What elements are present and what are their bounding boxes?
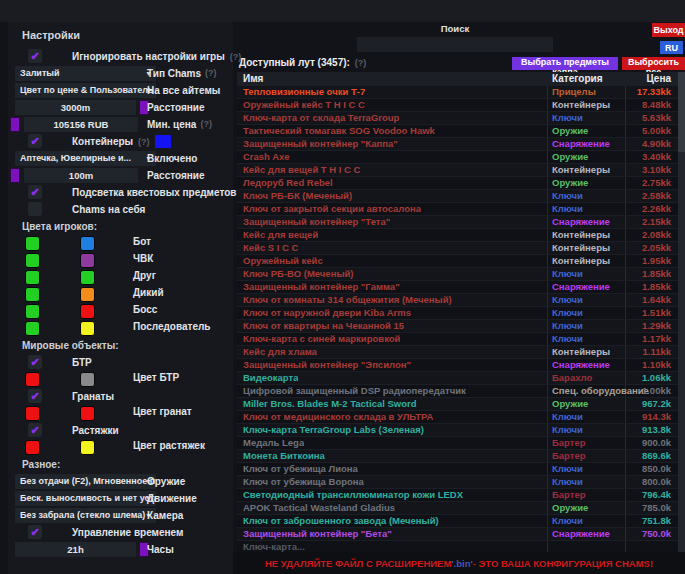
dropdown[interactable]: Беск. выносливость и нет уста▼ xyxy=(15,491,156,506)
table-row[interactable]: Ключ РБ-БК (Меченый)Ключи2.58kk xyxy=(237,190,685,203)
checkbox-label: Гранаты xyxy=(72,388,114,405)
scrollbar-thumb[interactable] xyxy=(678,72,685,152)
table-row[interactable]: Ключ от заброшенного завода (Меченый)Клю… xyxy=(237,515,685,528)
table-row[interactable]: Ключ-карта... xyxy=(237,541,685,552)
color-swatch[interactable] xyxy=(80,440,95,455)
drop-all-button[interactable]: Выбросить все xyxy=(622,57,685,70)
column-name[interactable]: Имя xyxy=(243,73,263,84)
checkbox-checked-icon[interactable]: ✔ xyxy=(28,355,42,369)
dropdown[interactable]: Без отдачи (F2), Мгновенное п▼ xyxy=(15,474,156,489)
dropdown[interactable]: Без забрала (стекло шлема)▼ xyxy=(15,508,156,523)
value-input[interactable]: 3000m xyxy=(15,100,136,115)
color-swatch[interactable] xyxy=(80,406,95,421)
color-swatch[interactable] xyxy=(25,236,40,251)
item-name: Ключ от закрытой секции автосалона xyxy=(243,203,421,215)
pair-label: Дикий xyxy=(133,287,164,298)
table-row[interactable]: Защищенный контейнер "Эпсилон"Снаряжение… xyxy=(237,359,685,372)
color-swatch[interactable] xyxy=(80,372,95,387)
color-swatch[interactable] xyxy=(80,321,95,336)
item-category: Снаряжение xyxy=(552,528,610,540)
column-category[interactable]: Категория xyxy=(552,73,602,84)
table-row[interactable]: Защищенный контейнер "Тета"Снаряжение2.1… xyxy=(237,216,685,229)
item-name: Светодиодный трансиллюминатор кожи LEDX xyxy=(243,489,463,501)
table-row[interactable]: Ледоруб Red RebelОружие2.75kk xyxy=(237,177,685,190)
table-row[interactable]: Ключ от закрытой секции автосалонаКлючи2… xyxy=(237,203,685,216)
color-swatch[interactable] xyxy=(25,270,40,285)
table-row[interactable]: Ключ-карта от склада TerraGroupКлючи5.63… xyxy=(237,112,685,125)
table-row[interactable]: Miller Bros. Blades M-2 Tactical SwordОр… xyxy=(237,398,685,411)
table-row[interactable]: Монета БиткоинаБартер869.6k xyxy=(237,450,685,463)
color-swatch[interactable] xyxy=(25,287,40,302)
table-row[interactable]: Ключ от квартиры на Чеканной 15Ключи1.29… xyxy=(237,320,685,333)
table-row[interactable]: Ключ РБ-ВО (Меченый)Ключи1.85kk xyxy=(237,268,685,281)
dropdown[interactable]: Аптечка, Ювелирные и...▼ xyxy=(15,151,156,166)
table-row[interactable]: Кейс S I C CКонтейнеры2.05kk xyxy=(237,242,685,255)
checkbox-checked-icon[interactable]: ✔ xyxy=(28,185,42,199)
checkbox-checked-icon[interactable]: ✔ xyxy=(28,423,42,437)
exit-button[interactable]: Выход xyxy=(652,23,685,37)
color-swatch[interactable] xyxy=(25,372,40,387)
table-row[interactable]: Защищенный контейнер "Гамма"Снаряжение1.… xyxy=(237,281,685,294)
color-swatch[interactable] xyxy=(80,270,95,285)
table-row[interactable]: Ключ от медицинского склада в УЛЬТРАКлюч… xyxy=(237,411,685,424)
language-button[interactable]: RU xyxy=(660,41,683,54)
settings-row: Цвет растяжек xyxy=(8,439,233,456)
column-price[interactable]: Цена xyxy=(646,73,671,84)
table-row[interactable]: Ключ от убежища ЛионаКлючи850.0k xyxy=(237,463,685,476)
dropdown[interactable]: Залитый▼ xyxy=(15,66,156,81)
color-swatch[interactable] xyxy=(25,406,40,421)
dropdown-label: Движение xyxy=(147,490,197,507)
table-row[interactable]: Тактический томагавк SOG Voodoo HawkОруж… xyxy=(237,125,685,138)
table-row[interactable]: Защищенный контейнер "Каппа"Снаряжение4.… xyxy=(237,138,685,151)
table-row[interactable]: Ключ от комнаты 314 общежития (Меченый)К… xyxy=(237,294,685,307)
table-row[interactable]: Оружейный кейсКонтейнеры1.95kk xyxy=(237,255,685,268)
checkbox-checked-icon[interactable]: ✔ xyxy=(28,49,42,63)
table-row[interactable]: Цифровой защищенный DSP радиопередатчикС… xyxy=(237,385,685,398)
checkbox-checked-icon[interactable]: ✔ xyxy=(28,525,42,539)
table-row[interactable]: ВидеокартаБарахло1.06kk xyxy=(237,372,685,385)
color-swatch[interactable] xyxy=(25,304,40,319)
checkbox-checked-icon[interactable]: ✔ xyxy=(28,389,42,403)
search-input[interactable] xyxy=(357,37,553,52)
table-row[interactable]: Светодиодный трансиллюминатор кожи LEDXБ… xyxy=(237,489,685,502)
table-row[interactable]: Тепловизионные очки Т-7Прицелы17.33kk xyxy=(237,86,685,99)
checkbox-unchecked-icon[interactable] xyxy=(28,202,42,216)
checkbox-checked-icon[interactable]: ✔ xyxy=(28,134,42,148)
table-row[interactable]: Ключ-карта с синей маркировкойКлючи1.17k… xyxy=(237,333,685,346)
table-row[interactable]: Кейс для хламаКонтейнеры1.11kk xyxy=(237,346,685,359)
dropdown-label: Тип Chams(?) xyxy=(147,65,217,82)
value-input[interactable]: 21h xyxy=(15,542,136,557)
window-title-bar xyxy=(0,0,685,22)
color-swatch[interactable] xyxy=(80,236,95,251)
value-input[interactable]: 100m xyxy=(24,168,138,183)
checkbox-label-text: Chams на себя xyxy=(72,204,145,215)
table-row[interactable]: Ключ от убежища ВоронаКлючи800.0k xyxy=(237,476,685,489)
color-swatch[interactable] xyxy=(10,168,20,183)
value-input[interactable]: 105156 RUB xyxy=(24,117,138,132)
table-row[interactable]: Ключ от наружной двери Kiba ArmsКлючи1.5… xyxy=(237,307,685,320)
color-swatch[interactable] xyxy=(80,304,95,319)
table-scrollbar[interactable] xyxy=(678,72,685,552)
column-divider xyxy=(547,502,548,514)
color-swatch[interactable] xyxy=(80,253,95,268)
color-swatch[interactable] xyxy=(10,117,20,132)
table-row[interactable]: Кейс для вещейКонтейнеры2.08kk xyxy=(237,229,685,242)
color-swatch[interactable] xyxy=(25,253,40,268)
dropdown-label: Оружие xyxy=(147,473,185,490)
table-row[interactable]: Защищенный контейнер "Бета"Снаряжение750… xyxy=(237,528,685,541)
settings-row: Аптечка, Ювелирные и...▼Включено xyxy=(8,150,233,167)
dropdown[interactable]: Цвет по цене & Пользователь▼ xyxy=(15,83,156,98)
color-swatch[interactable] xyxy=(80,287,95,302)
color-swatch[interactable] xyxy=(25,321,40,336)
table-row[interactable]: Оружейный кейс T H I C CКонтейнеры8.48kk xyxy=(237,99,685,112)
table-row[interactable]: Медаль LegaБартер900.0k xyxy=(237,437,685,450)
table-row[interactable]: Ключ-карта TerraGroup Labs (Зеленая)Ключ… xyxy=(237,424,685,437)
table-row[interactable]: Кейс для вещей T H I C CКонтейнеры3.10kk xyxy=(237,164,685,177)
table-row[interactable]: Crash AxeОружие3.40kk xyxy=(237,151,685,164)
item-price: 2.05kk xyxy=(642,242,671,254)
checkbox-label-text: БТР xyxy=(72,357,92,368)
table-row[interactable]: APOK Tactical Wasteland GladiusОружие785… xyxy=(237,502,685,515)
select-kappa-items-button[interactable]: Выбрать предметы каппа xyxy=(512,57,618,70)
color-swatch[interactable] xyxy=(155,135,171,148)
color-swatch[interactable] xyxy=(25,440,40,455)
